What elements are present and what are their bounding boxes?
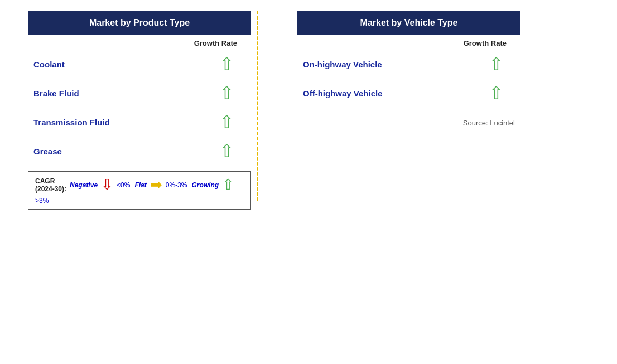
legend-negative-label: Negative (70, 181, 98, 189)
vehicle-row-off-highway: Off-highway Vehicle ⇧ (297, 79, 520, 108)
main-container: Market by Product Type Growth Rate Coola… (0, 0, 617, 221)
arrow-up-brake-fluid: ⇧ (219, 84, 234, 102)
arrow-up-green-sm-icon: ⇧ (222, 176, 234, 193)
product-name-coolant: Coolant (33, 60, 65, 69)
product-name-grease: Grease (33, 147, 62, 156)
legend-negative-pct: <0% (117, 181, 130, 189)
legend-main-label: CAGR(2024-30): (35, 177, 66, 193)
left-growth-rate-label: Growth Rate (28, 35, 245, 50)
arrow-down-red-icon: ⇩ (101, 176, 113, 193)
vehicle-name-off-highway: Off-highway Vehicle (303, 89, 383, 98)
legend-growing-pct: >3% (35, 197, 49, 205)
arrow-up-coolant: ⇧ (219, 55, 234, 73)
product-row-brake-fluid: Brake Fluid ⇧ (28, 79, 251, 108)
vehicle-name-on-highway: On-highway Vehicle (303, 60, 382, 69)
dashed-divider (257, 11, 258, 201)
product-name-transmission-fluid: Transmission Fluid (33, 118, 110, 127)
left-panel: Market by Product Type Growth Rate Coola… (28, 11, 251, 210)
legend-box: CAGR(2024-30): Negative ⇩ <0% Flat ➡ 0%-… (28, 171, 251, 210)
right-panel-header: Market by Vehicle Type (297, 11, 520, 35)
left-panel-header: Market by Product Type (28, 11, 251, 35)
arrow-up-on-highway: ⇧ (489, 55, 504, 73)
arrow-up-off-highway: ⇧ (489, 84, 504, 102)
vehicle-row-on-highway: On-highway Vehicle ⇧ (297, 50, 520, 79)
legend-growing-label: Growing (191, 181, 219, 189)
product-row-coolant: Coolant ⇧ (28, 50, 251, 79)
right-panel: Market by Vehicle Type Growth Rate On-hi… (297, 11, 520, 210)
product-name-brake-fluid: Brake Fluid (33, 89, 79, 98)
legend-flat-pct: 0%-3% (166, 181, 187, 189)
product-row-transmission-fluid: Transmission Fluid ⇧ (28, 108, 251, 137)
legend-flat-label: Flat (134, 181, 146, 189)
right-growth-rate-label: Growth Rate (297, 35, 515, 50)
source-text: Source: Lucintel (297, 119, 520, 127)
arrow-up-grease: ⇧ (219, 142, 234, 160)
arrow-right-yellow-icon: ➡ (150, 176, 162, 193)
arrow-up-transmission-fluid: ⇧ (219, 113, 234, 131)
product-row-grease: Grease ⇧ (28, 137, 251, 166)
